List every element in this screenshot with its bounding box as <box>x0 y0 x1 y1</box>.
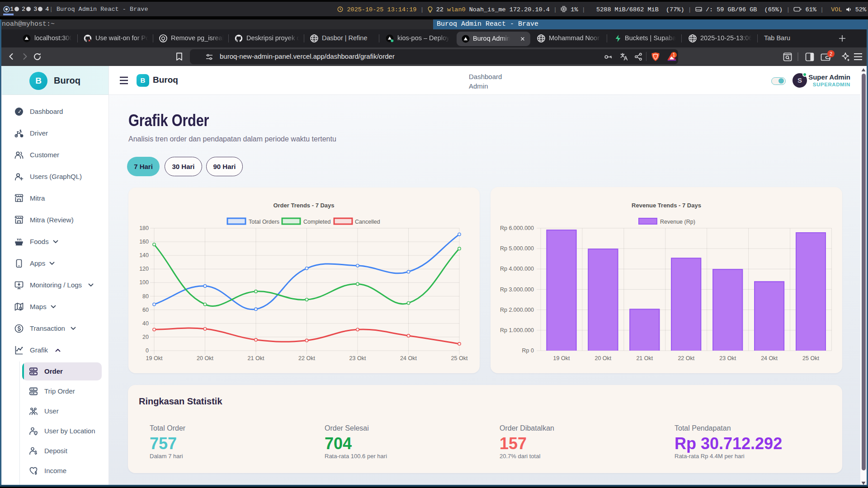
svg-text:Total Orders: Total Orders <box>249 219 279 225</box>
svg-text:24 Okt: 24 Okt <box>400 355 417 361</box>
svg-text:20 Okt: 20 Okt <box>197 355 213 361</box>
svg-text:19 Okt: 19 Okt <box>146 355 163 361</box>
svg-text:0: 0 <box>146 347 149 354</box>
svg-text:Revenue Trends - 7 Days: Revenue Trends - 7 Days <box>632 202 701 209</box>
svg-text:23 Okt: 23 Okt <box>719 355 736 361</box>
svg-text:60: 60 <box>142 307 149 313</box>
svg-text:24 Okt: 24 Okt <box>761 355 778 361</box>
svg-text:140: 140 <box>139 252 149 258</box>
svg-text:20 Okt: 20 Okt <box>594 355 611 361</box>
svg-text:Rp 1.000.000: Rp 1.000.000 <box>500 327 534 333</box>
svg-text:Cancelled: Cancelled <box>355 219 380 225</box>
svg-text:160: 160 <box>139 239 149 245</box>
svg-text:Rp 3.000.000: Rp 3.000.000 <box>500 286 534 293</box>
svg-text:Rp 0: Rp 0 <box>522 347 534 354</box>
svg-text:19 Okt: 19 Okt <box>553 355 570 361</box>
svg-text:Revenue (Rp): Revenue (Rp) <box>660 219 695 225</box>
svg-text:Rp 4.000.000: Rp 4.000.000 <box>500 266 534 272</box>
svg-text:Rp 2.000.000: Rp 2.000.000 <box>500 307 534 313</box>
svg-text:21 Okt: 21 Okt <box>636 355 653 361</box>
svg-text:22 Okt: 22 Okt <box>298 355 315 361</box>
svg-text:20: 20 <box>142 334 149 340</box>
svg-text:120: 120 <box>139 266 149 272</box>
svg-text:80: 80 <box>142 293 149 300</box>
svg-text:180: 180 <box>139 225 149 231</box>
svg-text:Order Trends - 7 Days: Order Trends - 7 Days <box>273 202 334 209</box>
svg-text:23 Okt: 23 Okt <box>349 355 366 361</box>
svg-text:25 Okt: 25 Okt <box>451 355 468 361</box>
svg-text:22 Okt: 22 Okt <box>678 355 694 361</box>
svg-text:100: 100 <box>139 279 149 286</box>
svg-text:40: 40 <box>142 320 149 327</box>
svg-text:25 Okt: 25 Okt <box>802 355 819 361</box>
svg-text:Rp 5.000.000: Rp 5.000.000 <box>500 245 534 252</box>
svg-text:21 Okt: 21 Okt <box>248 355 264 361</box>
svg-text:Completed: Completed <box>303 219 330 225</box>
svg-text:Rp 6.000.000: Rp 6.000.000 <box>500 225 534 231</box>
